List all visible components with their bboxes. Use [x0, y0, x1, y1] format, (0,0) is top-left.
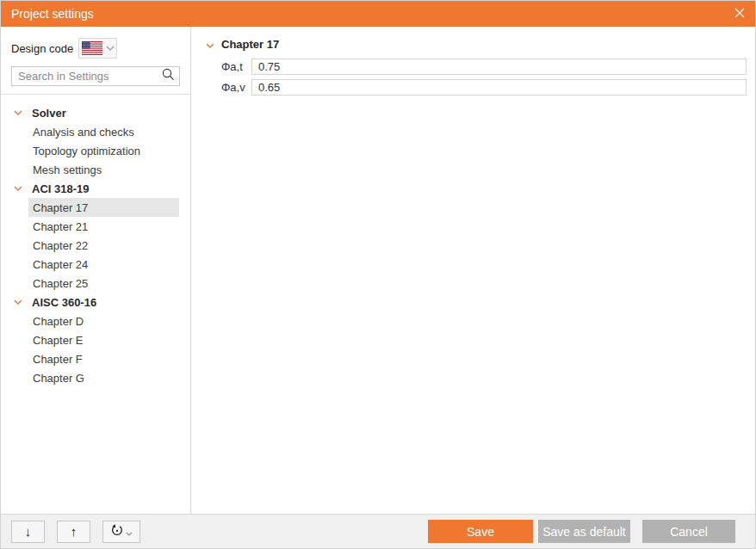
sidebar-group-aci-318-19[interactable]: ACI 318-19 [1, 179, 190, 198]
field-row-phi-av: Φa,v [221, 79, 747, 96]
search-icon [162, 68, 175, 84]
section-title: Chapter 17 [221, 38, 279, 51]
window-title: Project settings [11, 7, 94, 21]
phi-a-t-label: Φa,t [221, 60, 248, 73]
sidebar-separator [1, 94, 190, 95]
settings-sidebar: Design code [1, 27, 191, 514]
sidebar-item-chapter-f[interactable]: Chapter F [28, 349, 179, 368]
move-up-button[interactable]: ↑ [57, 521, 90, 543]
settings-tree: Solver Analysis and checks Topology opti… [1, 103, 190, 387]
tree-group-label: Solver [32, 107, 66, 120]
reset-icon [110, 523, 124, 540]
phi-a-v-input[interactable] [251, 79, 747, 96]
tree-item-label: Chapter F [33, 353, 83, 366]
sidebar-group-solver[interactable]: Solver [1, 103, 190, 122]
tree-item-label: Chapter 22 [33, 239, 88, 252]
design-code-label: Design code [11, 42, 73, 55]
arrow-up-icon: ↑ [71, 524, 77, 539]
sidebar-item-chapter-25[interactable]: Chapter 25 [28, 274, 179, 293]
project-settings-dialog: Project settings Design code [0, 0, 756, 549]
tree-item-label: Topology optimization [33, 145, 140, 157]
sidebar-item-analysis-and-checks[interactable]: Analysis and checks [28, 122, 179, 141]
chevron-down-icon [14, 299, 23, 305]
tree-item-label: Chapter 21 [33, 220, 88, 233]
footer-bar: ↓ ↑ Save Save as default [1, 514, 755, 548]
tree-item-label: Analysis and checks [33, 126, 134, 139]
chevron-down-icon [106, 46, 115, 51]
search-input[interactable] [18, 70, 162, 83]
phi-a-t-input[interactable] [251, 59, 747, 75]
chevron-down-icon [14, 110, 23, 115]
sidebar-item-chapter-21[interactable]: Chapter 21 [28, 217, 179, 236]
sidebar-item-topology-optimization[interactable]: Topology optimization [28, 141, 179, 160]
section-header-chapter-17[interactable]: Chapter 17 [206, 38, 755, 51]
title-bar: Project settings [1, 1, 755, 27]
tree-item-label: Chapter 24 [33, 258, 88, 271]
cancel-button[interactable]: Cancel [642, 520, 735, 543]
chevron-down-icon [126, 524, 133, 539]
close-button[interactable] [724, 1, 755, 27]
phi-a-v-label: Φa,v [221, 81, 248, 94]
chevron-down-icon [14, 186, 23, 191]
close-icon [734, 7, 745, 21]
sidebar-item-chapter-24[interactable]: Chapter 24 [28, 255, 179, 274]
tree-item-label: Chapter 17 [33, 201, 88, 214]
sidebar-item-chapter-g[interactable]: Chapter G [28, 368, 179, 387]
tree-item-label: Mesh settings [33, 163, 102, 176]
tree-item-label: Chapter D [33, 315, 84, 328]
arrow-down-icon: ↓ [25, 524, 32, 539]
tree-group-label: ACI 318-19 [32, 182, 89, 195]
sidebar-item-chapter-e[interactable]: Chapter E [28, 330, 179, 349]
tree-group-label: AISC 360-16 [32, 296, 96, 309]
sidebar-item-chapter-22[interactable]: Chapter 22 [28, 236, 179, 255]
design-code-dropdown[interactable] [78, 38, 117, 59]
search-box [11, 66, 180, 86]
sidebar-item-mesh-settings[interactable]: Mesh settings [28, 160, 179, 179]
tree-item-label: Chapter E [33, 334, 84, 347]
sidebar-item-chapter-17[interactable]: Chapter 17 [28, 198, 179, 217]
chevron-down-icon [206, 38, 214, 51]
settings-content: Chapter 17 Φa,t Φa,v [191, 27, 755, 514]
sidebar-item-chapter-d[interactable]: Chapter D [28, 312, 179, 330]
tree-item-label: Chapter G [33, 372, 84, 385]
sidebar-group-aisc-360-16[interactable]: AISC 360-16 [1, 293, 190, 312]
reset-defaults-button[interactable] [102, 521, 140, 543]
move-down-button[interactable]: ↓ [11, 521, 45, 543]
us-flag-icon [82, 41, 102, 55]
tree-item-label: Chapter 25 [33, 277, 88, 290]
field-row-phi-at: Φa,t [221, 59, 747, 75]
save-button[interactable]: Save [428, 520, 533, 543]
save-as-default-button[interactable]: Save as default [538, 520, 630, 543]
